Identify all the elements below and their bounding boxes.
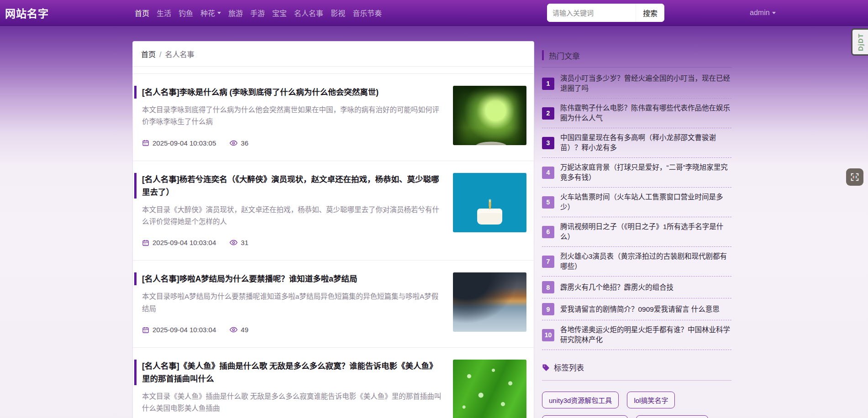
- article-row: [名人名事]李咏是什么病 (李咏到底得了什么病为什么他会突然离世) 本文目录李咏…: [133, 74, 534, 161]
- hot-article-row[interactable]: 1演员小叮当多少岁？曾经火遍全国的小叮当，现在已经退圈了吗: [542, 69, 731, 99]
- rank-badge: 5: [542, 196, 554, 209]
- article-row: [名人名事]哆啦A梦结局为什么要禁播呢？谁知道多啦a梦结局 本文目录哆啦A梦结局…: [133, 261, 534, 348]
- nav-item-fishing[interactable]: 钓鱼: [175, 7, 197, 18]
- breadcrumb-separator: /: [159, 51, 161, 58]
- article-meta: 2025-09-04 10:03:05 36: [134, 139, 444, 147]
- article-views: 36: [241, 139, 248, 147]
- article-thumbnail-forest[interactable]: [453, 86, 526, 145]
- calendar-icon: [142, 326, 149, 334]
- rank-badge: 2: [542, 107, 554, 120]
- rank-badge: 1: [542, 78, 554, 90]
- nav-item-life[interactable]: 生活: [153, 7, 175, 18]
- article-thumbnail-cupcake[interactable]: [453, 173, 526, 232]
- tag-button[interactable]: unity3d资源解包工具: [542, 392, 619, 408]
- top-navbar: 网站名字 首页 生活 钓鱼 种花 旅游 手游 宝宝 名人名事 影视 音乐节奏 搜…: [0, 0, 868, 26]
- article-title-link[interactable]: [名人名事]《美人鱼》插曲是什么歌 无敌是多么多么寂寞？谁能告诉电影《美人鱼》里…: [134, 360, 444, 385]
- article-date: 2025-09-04 10:03:04: [153, 326, 216, 334]
- tag-button[interactable]: e辽宁网通标准套餐: [636, 415, 708, 418]
- hot-article-row[interactable]: 5火车站售票时间（火车站人工售票窗口营业时间是多少）: [542, 188, 731, 217]
- hot-article-row[interactable]: 7烈火雄心3演员表（黄宗泽拍过的古装剧和现代剧都有哪些）: [542, 247, 731, 277]
- article-excerpt: 本文目录《大醉侠》演员现状，赵文卓还在拍戏，杨恭如、莫少聪哪里去了你对演员杨若兮…: [134, 204, 444, 228]
- breadcrumb-current: 名人名事: [165, 51, 194, 58]
- rank-badge: 8: [542, 281, 554, 293]
- nav-item-celebrities[interactable]: 名人名事: [290, 7, 327, 18]
- calendar-icon: [142, 139, 149, 146]
- debug-toolbar-handle[interactable]: DjDT: [851, 28, 868, 56]
- divider: [542, 67, 731, 68]
- page-container: 首页/名人名事 [名人名事]李咏是什么病 (李咏到底得了什么病为什么他会突然离世…: [132, 41, 731, 418]
- nav-item-mobile-games[interactable]: 手游: [247, 7, 268, 18]
- barcode-scan-icon: [850, 172, 860, 182]
- tag-button[interactable]: lol搞笑名字: [627, 392, 675, 408]
- tag-list: unity3d资源解包工具 lol搞笑名字 x浏览器扩展插件怎么用 e辽宁网通标…: [542, 392, 731, 418]
- nav-item-home[interactable]: 首页: [131, 7, 153, 18]
- nav-item-baby[interactable]: 宝宝: [268, 7, 290, 18]
- article-views: 31: [241, 239, 248, 246]
- rank-badge: 3: [542, 137, 554, 149]
- article-meta: 2025-09-04 10:03:04 49: [134, 326, 444, 334]
- chevron-down-icon: [772, 12, 776, 14]
- nav-item-travel[interactable]: 旅游: [225, 7, 247, 18]
- scan-floating-button[interactable]: [846, 168, 863, 186]
- debug-toolbar-label: DjDT: [857, 33, 864, 51]
- article-views: 49: [241, 326, 248, 334]
- tag-list-header: 标签列表: [542, 362, 731, 373]
- search-button[interactable]: 搜索: [636, 4, 664, 22]
- nav-item-movies[interactable]: 影视: [327, 7, 349, 18]
- article-row: [名人名事]杨若兮连奕名（《大醉侠》演员现状，赵文卓还在拍戏，杨恭如、莫少聪哪里…: [133, 161, 534, 261]
- article-row: [名人名事]《美人鱼》插曲是什么歌 无敌是多么多么寂寞？谁能告诉电影《美人鱼》里…: [133, 348, 534, 418]
- hot-articles-header: 热门文章: [542, 50, 731, 60]
- calendar-icon: [142, 239, 149, 246]
- rank-badge: 10: [542, 329, 554, 341]
- article-list: [名人名事]李咏是什么病 (李咏到底得了什么病为什么他会突然离世) 本文目录李咏…: [133, 73, 534, 418]
- eye-icon: [230, 139, 237, 147]
- breadcrumb-home-link[interactable]: 首页: [141, 51, 156, 58]
- article-excerpt: 本文目录李咏到底得了什么病为什么他会突然离世如果在中国，李咏的病有治好的可能吗如…: [134, 104, 444, 128]
- hot-article-row[interactable]: 3中国四童星现在各有多高啊（释小龙郝邵文曹骏谢苗）？释小龙有多: [542, 128, 731, 158]
- nav-item-planting-label: 种花: [200, 7, 215, 18]
- eye-icon: [230, 239, 237, 246]
- breadcrumb: 首页/名人名事: [133, 42, 534, 67]
- hot-article-row[interactable]: 10各地传递奥运火炬的明星火炬手都有谁？中国林业科学研究院林产化: [542, 320, 731, 350]
- rank-badge: 7: [542, 256, 554, 268]
- divider: [542, 380, 731, 381]
- rank-badge: 9: [542, 303, 554, 315]
- article-date: 2025-09-04 10:03:04: [153, 239, 216, 246]
- user-name: admin: [750, 9, 770, 17]
- article-excerpt: 本文目录哆啦A梦结局为什么要禁播呢谁知道多啦a梦结局异色短篇集的异色短篇集与哆啦…: [134, 291, 444, 315]
- tag-button[interactable]: x浏览器扩展插件怎么用: [542, 415, 628, 418]
- site-brand[interactable]: 网站名字: [5, 0, 49, 26]
- chevron-down-icon: [217, 12, 221, 14]
- rank-badge: 6: [542, 226, 554, 238]
- user-menu[interactable]: admin: [750, 0, 776, 26]
- article-title-link[interactable]: [名人名事]李咏是什么病 (李咏到底得了什么病为什么他会突然离世): [134, 86, 444, 99]
- nav-item-music[interactable]: 音乐节奏: [349, 7, 385, 18]
- search-group: 搜索: [547, 4, 664, 22]
- tag-list-title: 标签列表: [554, 362, 584, 373]
- hot-article-row[interactable]: 2陈伟霆鸭子什么电影？陈伟霆有哪些代表作品他在娱乐圈为什么人气: [542, 99, 731, 128]
- hot-articles-list: 1演员小叮当多少岁？曾经火遍全国的小叮当，现在已经退圈了吗 2陈伟霆鸭子什么电影…: [542, 69, 731, 350]
- article-thumbnail-ocean[interactable]: [453, 272, 526, 332]
- tag-icon: [542, 364, 550, 371]
- article-excerpt: 本文目录《美人鱼》插曲是什么歌 无敌是多么多么寂寞谁能告诉电影《美人鱼》里的那首…: [134, 391, 444, 415]
- hot-article-row[interactable]: 6腾讯视频明日之子（《明日之子》1所有选手名字是什么）: [542, 217, 731, 247]
- article-thumbnail-leaf[interactable]: [453, 360, 526, 418]
- hot-article-row[interactable]: 4万妮达家庭背景（打球只是爱好，“二哥”李晓旭家里究竟多有钱）: [542, 158, 731, 188]
- rank-badge: 4: [542, 167, 554, 179]
- article-meta: 2025-09-04 10:03:04 31: [134, 239, 444, 246]
- article-list-card: 首页/名人名事 [名人名事]李咏是什么病 (李咏到底得了什么病为什么他会突然离世…: [132, 41, 534, 418]
- hot-article-row[interactable]: 8霹雳火有几个绝招？霹雳火的组合技: [542, 277, 731, 298]
- nav-item-planting[interactable]: 种花: [197, 7, 225, 18]
- article-title-link[interactable]: [名人名事]哆啦A梦结局为什么要禁播呢？谁知道多啦a梦结局: [134, 272, 444, 285]
- search-input[interactable]: [547, 4, 636, 22]
- article-title-link[interactable]: [名人名事]杨若兮连奕名（《大醉侠》演员现状，赵文卓还在拍戏，杨恭如、莫少聪哪里…: [134, 173, 444, 199]
- article-date: 2025-09-04 10:03:05: [153, 139, 216, 147]
- eye-icon: [230, 326, 237, 334]
- main-nav: 首页 生活 钓鱼 种花 旅游 手游 宝宝 名人名事 影视 音乐节奏: [131, 0, 385, 26]
- hot-article-row[interactable]: 9爱我请留言的剧情简介？0909爱我请留言 什么意思: [542, 298, 731, 320]
- sidebar: 热门文章 1演员小叮当多少岁？曾经火遍全国的小叮当，现在已经退圈了吗 2陈伟霆鸭…: [542, 41, 731, 418]
